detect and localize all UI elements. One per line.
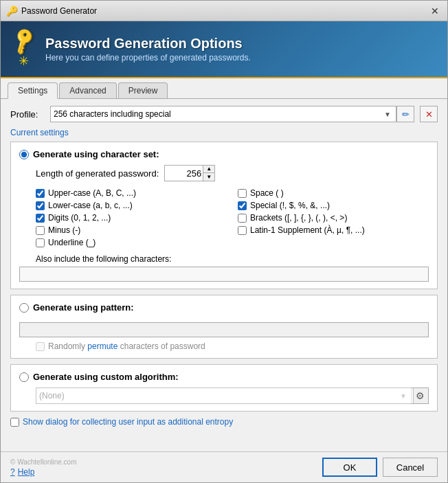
digits-checkbox-item: Digits (0, 1, 2, ...) xyxy=(36,213,227,223)
special-label: Special (!, $, %, &, ...) xyxy=(250,201,330,210)
algo-select-wrapper: (None) ▼ xyxy=(36,387,407,404)
uppercase-checkbox-item: Upper-case (A, B, C, ...) xyxy=(36,188,227,198)
digits-checkbox[interactable] xyxy=(36,214,45,223)
length-increment-button[interactable]: ▲ xyxy=(203,166,214,173)
minus-label: Minus (-) xyxy=(48,225,80,235)
lowercase-checkbox-item: Lower-case (a, b, c, ...) xyxy=(36,201,227,210)
cancel-button[interactable]: Cancel xyxy=(383,458,438,477)
tab-advanced[interactable]: Advanced xyxy=(59,82,116,98)
algorithm-label: Generate using custom algorithm: xyxy=(33,372,179,382)
main-content: Profile: 256 characters including specia… xyxy=(1,99,447,451)
header-title: Password Generation Options xyxy=(45,36,251,52)
brackets-checkbox[interactable] xyxy=(238,214,247,223)
help-label: Help xyxy=(18,467,35,477)
permute-label: Randomly permute characters of password xyxy=(48,341,205,351)
underline-checkbox[interactable] xyxy=(36,238,45,247)
permute-checkbox[interactable] xyxy=(36,342,45,351)
special-checkbox-item: Special (!, $, %, &, ...) xyxy=(238,201,429,210)
digits-label: Digits (0, 1, 2, ...) xyxy=(48,213,111,223)
lowercase-label: Lower-case (a, b, c, ...) xyxy=(48,201,133,210)
pattern-radio-option: Generate using pattern: xyxy=(19,302,429,313)
latin1-checkbox-item: Latin-1 Supplement (À, µ, ¶, ...) xyxy=(238,225,429,235)
charset-radio[interactable] xyxy=(19,150,29,159)
special-checkbox[interactable] xyxy=(238,201,247,210)
latin1-label: Latin-1 Supplement (À, µ, ¶, ...) xyxy=(250,225,365,235)
header-text: Password Generation Options Here you can… xyxy=(45,36,251,63)
footer: © Wachtellonline.com ? Help OK Cancel xyxy=(1,451,447,482)
space-checkbox-item: Space ( ) xyxy=(238,188,429,198)
close-button[interactable]: ✕ xyxy=(428,4,442,18)
pattern-section-box: Generate using pattern: Randomly permute… xyxy=(10,295,438,359)
footer-buttons: OK Cancel xyxy=(322,458,438,477)
help-icon: ? xyxy=(10,467,15,477)
lowercase-checkbox[interactable] xyxy=(36,201,45,210)
length-label: Length of generated password: xyxy=(36,168,159,179)
also-include-label: Also include the following characters: xyxy=(19,254,429,264)
title-bar: 🔑 Password Generator ✕ xyxy=(1,1,447,21)
minus-checkbox-item: Minus (-) xyxy=(36,225,227,235)
pattern-label: Generate using pattern: xyxy=(33,302,134,313)
tabs-bar: Settings Advanced Preview xyxy=(1,78,447,99)
ok-button[interactable]: OK xyxy=(322,458,377,477)
tab-preview[interactable]: Preview xyxy=(118,82,168,98)
header-subtitle: Here you can define properties of genera… xyxy=(45,53,251,63)
length-decrement-button[interactable]: ▼ xyxy=(203,173,214,181)
charset-label: Generate using character set: xyxy=(33,149,159,159)
space-label: Space ( ) xyxy=(250,188,284,198)
entropy-checkbox[interactable] xyxy=(10,418,19,427)
entropy-row: Show dialog for collecting user input as… xyxy=(10,417,438,427)
charset-radio-option: Generate using character set: xyxy=(19,149,429,159)
profile-row: Profile: 256 characters including specia… xyxy=(10,106,438,122)
length-row: Length of generated password: ▲ ▼ xyxy=(19,165,429,181)
algorithm-section-box: Generate using custom algorithm: (None) … xyxy=(10,364,438,412)
header-icon: 🔑 ✳ xyxy=(12,30,36,69)
uppercase-checkbox[interactable] xyxy=(36,189,45,198)
algorithm-radio[interactable] xyxy=(19,372,29,382)
algorithm-radio-option: Generate using custom algorithm: xyxy=(19,372,429,382)
length-spinner: ▲ ▼ xyxy=(203,166,214,181)
underline-checkbox-item: Underline (_) xyxy=(36,238,227,247)
latin1-checkbox[interactable] xyxy=(238,226,247,235)
algo-select[interactable]: (None) xyxy=(36,387,414,404)
edit-profile-button[interactable]: ✏ xyxy=(396,106,414,122)
title-bar-text: Password Generator xyxy=(21,6,428,16)
pattern-input[interactable] xyxy=(19,322,429,337)
profile-label: Profile: xyxy=(10,109,45,120)
profile-select[interactable]: 256 characters including special Default… xyxy=(50,106,396,122)
current-settings-label: Current settings xyxy=(10,128,438,137)
settings-section-box: Generate using character set: Length of … xyxy=(10,142,438,289)
watermark: © Wachtellonline.com xyxy=(10,458,76,466)
tab-settings[interactable]: Settings xyxy=(8,82,58,99)
length-input[interactable] xyxy=(165,166,203,181)
length-input-wrapper: ▲ ▼ xyxy=(164,165,215,181)
brackets-label: Brackets ([, ], {, }, (, ), <, >) xyxy=(250,213,347,223)
underline-label: Underline (_) xyxy=(48,238,96,247)
help-link[interactable]: ? Help xyxy=(10,467,76,477)
uppercase-label: Upper-case (A, B, C, ...) xyxy=(48,188,136,198)
key-icon: 🔑 xyxy=(8,25,40,56)
space-checkbox[interactable] xyxy=(238,189,247,198)
pattern-radio[interactable] xyxy=(19,303,29,313)
checkboxes-grid: Upper-case (A, B, C, ...) Space ( ) Lowe… xyxy=(19,188,429,247)
header-banner: 🔑 ✳ Password Generation Options Here you… xyxy=(1,21,447,78)
also-include-input[interactable] xyxy=(19,267,429,282)
entropy-label: Show dialog for collecting user input as… xyxy=(23,417,233,427)
brackets-checkbox-item: Brackets ([, ], {, }, (, ), <, >) xyxy=(238,213,429,223)
delete-profile-button[interactable]: ✕ xyxy=(420,106,438,122)
algo-row: (None) ▼ ⚙ xyxy=(19,387,429,404)
password-generator-window: 🔑 Password Generator ✕ 🔑 ✳ Password Gene… xyxy=(0,0,448,483)
title-bar-icon: 🔑 xyxy=(6,5,18,16)
minus-checkbox[interactable] xyxy=(36,226,45,235)
permute-row: Randomly permute characters of password xyxy=(19,341,429,351)
profile-select-wrapper: 256 characters including special Default… xyxy=(50,106,391,122)
